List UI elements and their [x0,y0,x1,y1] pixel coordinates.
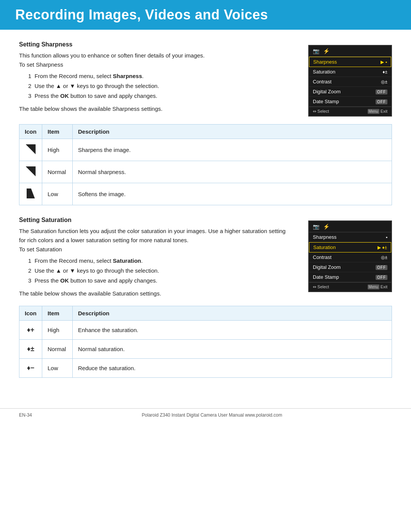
saturation-desc-normal: Normal saturation. [73,340,392,359]
sharpness-text: Setting Sharpness This function allows y… [19,41,293,113]
saturation-step-2: 2 Use the ▲ or ▼ keys to go through the … [27,266,293,275]
camera-icon: 📷 [313,48,319,54]
saturation-desc-high: Enhance the saturation. [73,321,392,340]
sharpness-body: This function allows you to enhance or s… [19,51,293,113]
sharpness-menu-footer: ⇔ Select Menu Exit [309,107,391,116]
sharpness-section: Setting Sharpness This function allows y… [19,41,392,205]
saturation-item-low: Low [42,359,73,378]
saturation-icon-normal: ♦± [19,340,42,359]
sharpness-desc-high: Sharpens the image. [73,139,392,161]
sharpness-item-normal: Normal [42,161,73,183]
sharpness-step-2: 2 Use the ▲ or ▼ keys to go through the … [27,81,293,91]
lightning-icon: ⚡ [323,48,330,54]
main-content: Setting Sharpness This function allows y… [0,30,411,401]
saturation-item-high: High [42,321,73,340]
saturation-menu-footer: ⇔ Select Menu Exit [309,282,391,291]
sharpness-desc-normal: Normal sharpness. [73,161,392,183]
saturation-desc1: The Saturation function lets you adjust … [19,227,293,245]
page-header: Recording Images, Videos and Voices [0,0,411,30]
saturation-table: Icon Item Description ♦+ High Enhance th… [19,306,392,378]
camera-icon-2: 📷 [313,224,319,230]
saturation-desc-low: Reduce the saturation. [73,359,392,378]
sharpness-item-low: Low [42,183,73,205]
table-row: Low Softens the image. [19,183,392,205]
saturation-menu-item-date-stamp[interactable]: Date Stamp OFF [309,272,391,282]
sharpness-step-3: 3 Press the OK button to save and apply … [27,91,293,101]
saturation-col-item: Item [42,306,73,321]
table-row: Normal Normal sharpness. [19,161,392,183]
saturation-step-3: 3 Press the OK button to save and apply … [27,276,293,285]
saturation-col-icon: Icon [19,306,42,321]
sharpness-icon-normal [19,161,42,183]
saturation-menu-header: 📷 ⚡ [309,221,391,232]
sharpness-col-icon: Icon [19,125,42,139]
sharpness-col-description: Description [73,125,392,139]
sharpness-section-row: Setting Sharpness This function allows y… [19,41,392,117]
saturation-title: Setting Saturation [19,217,293,224]
table-row: ♦+ High Enhance the saturation. [19,321,392,340]
sharpness-desc2: To set Sharpness [19,60,293,69]
table-row: ♦± Normal Normal saturation. [19,340,392,359]
page-title: Recording Images, Videos and Voices [15,7,268,22]
sharpness-desc1: This function allows you to enhance or s… [19,51,293,60]
footer-center-text: Polaroid Z340 Instant Digital Camera Use… [142,412,282,418]
saturation-menu-item-digital-zoom[interactable]: Digital Zoom OFF [309,262,391,272]
table-row: High Sharpens the image. [19,139,392,161]
saturation-step-1: 1 From the Record menu, select Saturatio… [27,256,293,265]
saturation-camera-menu: 📷 ⚡ Sharpness ▪ Saturation ▶ ♦± Contrast… [308,220,392,292]
saturation-steps: 1 From the Record menu, select Saturatio… [19,256,293,285]
saturation-menu-item-sharpness[interactable]: Sharpness ▪ [309,232,391,242]
sharpness-steps: 1 From the Record menu, select Sharpness… [19,72,293,101]
sharpness-menu-item-saturation[interactable]: Saturation ♦± [309,67,391,77]
saturation-item-normal: Normal [42,340,73,359]
menu-select-label: ⇔ Select [313,109,329,114]
saturation-section: Setting Saturation The Saturation functi… [19,217,392,378]
saturation-desc2: To set Saturation [19,245,293,254]
sharpness-table: Icon Item Description High Sharpens the … [19,124,392,205]
menu-label-sharpness: Sharpness [313,59,337,65]
menu-exit-label: Menu Exit [368,109,387,114]
saturation-menu-item-contrast[interactable]: Contrast ◎± [309,252,391,262]
sharpness-icon-low [19,183,42,205]
table-row: ♦− Low Reduce the saturation. [19,359,392,378]
sharpness-menu-header: 📷 ⚡ [309,46,391,57]
menu-value-sharpness: ▶ ▪ [381,59,387,65]
sharpness-menu-item-contrast[interactable]: Contrast ◎± [309,77,391,87]
sharpness-col-item: Item [42,125,73,139]
sat-menu-exit-label: Menu Exit [368,284,387,289]
lightning-icon-2: ⚡ [323,224,330,230]
saturation-icon-low: ♦− [19,359,42,378]
sat-menu-select-label: ⇔ Select [313,284,329,289]
saturation-menu-item-saturation[interactable]: Saturation ▶ ♦± [309,242,391,252]
sharpness-desc-low: Softens the image. [73,183,392,205]
saturation-col-description: Description [73,306,392,321]
saturation-section-row: Setting Saturation The Saturation functi… [19,217,392,298]
sharpness-title: Setting Sharpness [19,41,293,48]
sharpness-menu-item-date-stamp[interactable]: Date Stamp OFF [309,97,391,107]
sharpness-table-note: The table below shows the available Shar… [19,104,293,113]
sharpness-icon-high [19,139,42,161]
sharpness-step-1: 1 From the Record menu, select Sharpness… [27,72,293,81]
sharpness-camera-menu: 📷 ⚡ Sharpness ▶ ▪ Saturation ♦± Contrast… [308,45,392,117]
saturation-icon-high: ♦+ [19,321,42,340]
saturation-body: The Saturation function lets you adjust … [19,227,293,298]
page-footer: EN-34 Polaroid Z340 Instant Digital Came… [0,408,411,422]
saturation-table-note: The table below shows the available Satu… [19,289,293,298]
saturation-text: Setting Saturation The Saturation functi… [19,217,293,298]
sharpness-item-high: High [42,139,73,161]
sharpness-menu-item-sharpness[interactable]: Sharpness ▶ ▪ [309,57,391,67]
sharpness-menu-item-digital-zoom[interactable]: Digital Zoom OFF [309,87,391,97]
footer-page-number: EN-34 [19,412,32,418]
